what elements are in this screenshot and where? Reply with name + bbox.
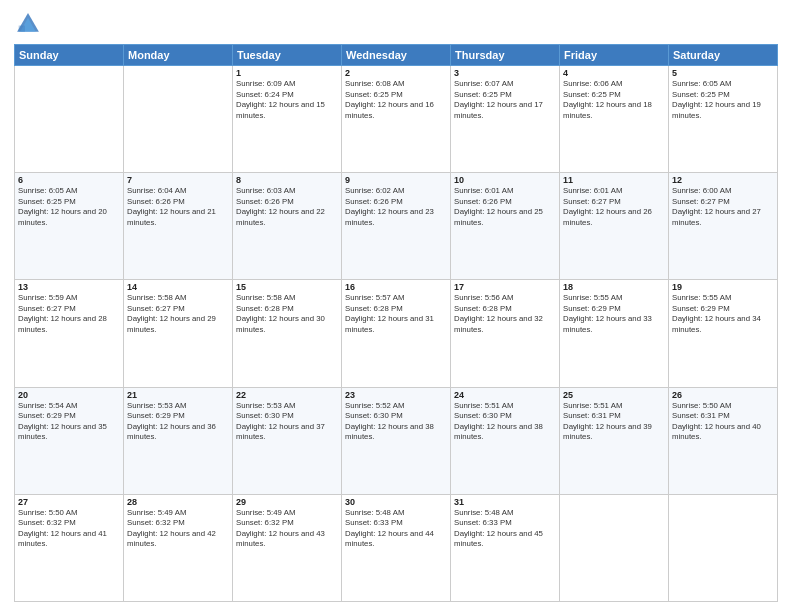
- header: [14, 10, 778, 38]
- day-cell: 2Sunrise: 6:08 AM Sunset: 6:25 PM Daylig…: [342, 66, 451, 173]
- day-info: Sunrise: 5:59 AM Sunset: 6:27 PM Dayligh…: [18, 293, 120, 335]
- day-cell: 13Sunrise: 5:59 AM Sunset: 6:27 PM Dayli…: [15, 280, 124, 387]
- week-row-5: 27Sunrise: 5:50 AM Sunset: 6:32 PM Dayli…: [15, 494, 778, 601]
- logo: [14, 10, 46, 38]
- day-info: Sunrise: 5:48 AM Sunset: 6:33 PM Dayligh…: [454, 508, 556, 550]
- day-cell: 26Sunrise: 5:50 AM Sunset: 6:31 PM Dayli…: [669, 387, 778, 494]
- day-info: Sunrise: 5:50 AM Sunset: 6:32 PM Dayligh…: [18, 508, 120, 550]
- weekday-header-row: SundayMondayTuesdayWednesdayThursdayFrid…: [15, 45, 778, 66]
- day-cell: 10Sunrise: 6:01 AM Sunset: 6:26 PM Dayli…: [451, 173, 560, 280]
- weekday-monday: Monday: [124, 45, 233, 66]
- day-cell: 31Sunrise: 5:48 AM Sunset: 6:33 PM Dayli…: [451, 494, 560, 601]
- day-cell: 29Sunrise: 5:49 AM Sunset: 6:32 PM Dayli…: [233, 494, 342, 601]
- day-info: Sunrise: 5:51 AM Sunset: 6:31 PM Dayligh…: [563, 401, 665, 443]
- week-row-3: 13Sunrise: 5:59 AM Sunset: 6:27 PM Dayli…: [15, 280, 778, 387]
- day-number: 11: [563, 175, 665, 185]
- svg-rect-2: [19, 26, 25, 32]
- day-cell: 7Sunrise: 6:04 AM Sunset: 6:26 PM Daylig…: [124, 173, 233, 280]
- weekday-thursday: Thursday: [451, 45, 560, 66]
- weekday-wednesday: Wednesday: [342, 45, 451, 66]
- day-info: Sunrise: 6:08 AM Sunset: 6:25 PM Dayligh…: [345, 79, 447, 121]
- day-cell: 25Sunrise: 5:51 AM Sunset: 6:31 PM Dayli…: [560, 387, 669, 494]
- day-cell: 11Sunrise: 6:01 AM Sunset: 6:27 PM Dayli…: [560, 173, 669, 280]
- day-info: Sunrise: 5:53 AM Sunset: 6:30 PM Dayligh…: [236, 401, 338, 443]
- day-cell: 1Sunrise: 6:09 AM Sunset: 6:24 PM Daylig…: [233, 66, 342, 173]
- day-cell: 4Sunrise: 6:06 AM Sunset: 6:25 PM Daylig…: [560, 66, 669, 173]
- day-number: 26: [672, 390, 774, 400]
- weekday-saturday: Saturday: [669, 45, 778, 66]
- day-info: Sunrise: 6:01 AM Sunset: 6:26 PM Dayligh…: [454, 186, 556, 228]
- weekday-sunday: Sunday: [15, 45, 124, 66]
- day-info: Sunrise: 6:03 AM Sunset: 6:26 PM Dayligh…: [236, 186, 338, 228]
- day-info: Sunrise: 6:07 AM Sunset: 6:25 PM Dayligh…: [454, 79, 556, 121]
- day-number: 2: [345, 68, 447, 78]
- day-number: 20: [18, 390, 120, 400]
- weekday-friday: Friday: [560, 45, 669, 66]
- day-cell: [560, 494, 669, 601]
- day-cell: [15, 66, 124, 173]
- day-info: Sunrise: 6:09 AM Sunset: 6:24 PM Dayligh…: [236, 79, 338, 121]
- day-number: 6: [18, 175, 120, 185]
- day-number: 21: [127, 390, 229, 400]
- day-number: 31: [454, 497, 556, 507]
- day-number: 14: [127, 282, 229, 292]
- day-number: 25: [563, 390, 665, 400]
- day-info: Sunrise: 6:05 AM Sunset: 6:25 PM Dayligh…: [18, 186, 120, 228]
- day-number: 8: [236, 175, 338, 185]
- day-number: 22: [236, 390, 338, 400]
- day-info: Sunrise: 5:49 AM Sunset: 6:32 PM Dayligh…: [127, 508, 229, 550]
- day-cell: 15Sunrise: 5:58 AM Sunset: 6:28 PM Dayli…: [233, 280, 342, 387]
- day-cell: 3Sunrise: 6:07 AM Sunset: 6:25 PM Daylig…: [451, 66, 560, 173]
- day-number: 19: [672, 282, 774, 292]
- day-info: Sunrise: 5:49 AM Sunset: 6:32 PM Dayligh…: [236, 508, 338, 550]
- day-cell: 5Sunrise: 6:05 AM Sunset: 6:25 PM Daylig…: [669, 66, 778, 173]
- day-cell: 6Sunrise: 6:05 AM Sunset: 6:25 PM Daylig…: [15, 173, 124, 280]
- day-info: Sunrise: 6:01 AM Sunset: 6:27 PM Dayligh…: [563, 186, 665, 228]
- day-cell: 17Sunrise: 5:56 AM Sunset: 6:28 PM Dayli…: [451, 280, 560, 387]
- calendar-table: SundayMondayTuesdayWednesdayThursdayFrid…: [14, 44, 778, 602]
- calendar-header: SundayMondayTuesdayWednesdayThursdayFrid…: [15, 45, 778, 66]
- day-number: 15: [236, 282, 338, 292]
- day-cell: 20Sunrise: 5:54 AM Sunset: 6:29 PM Dayli…: [15, 387, 124, 494]
- day-info: Sunrise: 5:56 AM Sunset: 6:28 PM Dayligh…: [454, 293, 556, 335]
- day-info: Sunrise: 6:00 AM Sunset: 6:27 PM Dayligh…: [672, 186, 774, 228]
- weekday-tuesday: Tuesday: [233, 45, 342, 66]
- day-number: 24: [454, 390, 556, 400]
- day-info: Sunrise: 5:55 AM Sunset: 6:29 PM Dayligh…: [672, 293, 774, 335]
- day-cell: 23Sunrise: 5:52 AM Sunset: 6:30 PM Dayli…: [342, 387, 451, 494]
- day-cell: [669, 494, 778, 601]
- day-info: Sunrise: 5:53 AM Sunset: 6:29 PM Dayligh…: [127, 401, 229, 443]
- day-number: 9: [345, 175, 447, 185]
- day-info: Sunrise: 5:55 AM Sunset: 6:29 PM Dayligh…: [563, 293, 665, 335]
- day-number: 12: [672, 175, 774, 185]
- day-cell: 19Sunrise: 5:55 AM Sunset: 6:29 PM Dayli…: [669, 280, 778, 387]
- page: SundayMondayTuesdayWednesdayThursdayFrid…: [0, 0, 792, 612]
- logo-icon: [14, 10, 42, 38]
- day-cell: 30Sunrise: 5:48 AM Sunset: 6:33 PM Dayli…: [342, 494, 451, 601]
- day-cell: 16Sunrise: 5:57 AM Sunset: 6:28 PM Dayli…: [342, 280, 451, 387]
- day-number: 16: [345, 282, 447, 292]
- day-cell: 24Sunrise: 5:51 AM Sunset: 6:30 PM Dayli…: [451, 387, 560, 494]
- day-info: Sunrise: 5:58 AM Sunset: 6:27 PM Dayligh…: [127, 293, 229, 335]
- day-cell: 21Sunrise: 5:53 AM Sunset: 6:29 PM Dayli…: [124, 387, 233, 494]
- day-cell: [124, 66, 233, 173]
- day-info: Sunrise: 6:04 AM Sunset: 6:26 PM Dayligh…: [127, 186, 229, 228]
- day-cell: 8Sunrise: 6:03 AM Sunset: 6:26 PM Daylig…: [233, 173, 342, 280]
- week-row-1: 1Sunrise: 6:09 AM Sunset: 6:24 PM Daylig…: [15, 66, 778, 173]
- day-info: Sunrise: 5:50 AM Sunset: 6:31 PM Dayligh…: [672, 401, 774, 443]
- day-cell: 9Sunrise: 6:02 AM Sunset: 6:26 PM Daylig…: [342, 173, 451, 280]
- day-cell: 14Sunrise: 5:58 AM Sunset: 6:27 PM Dayli…: [124, 280, 233, 387]
- day-number: 28: [127, 497, 229, 507]
- day-number: 7: [127, 175, 229, 185]
- day-number: 1: [236, 68, 338, 78]
- day-info: Sunrise: 6:06 AM Sunset: 6:25 PM Dayligh…: [563, 79, 665, 121]
- day-info: Sunrise: 6:05 AM Sunset: 6:25 PM Dayligh…: [672, 79, 774, 121]
- day-number: 27: [18, 497, 120, 507]
- day-number: 29: [236, 497, 338, 507]
- day-info: Sunrise: 5:57 AM Sunset: 6:28 PM Dayligh…: [345, 293, 447, 335]
- calendar-body: 1Sunrise: 6:09 AM Sunset: 6:24 PM Daylig…: [15, 66, 778, 602]
- day-cell: 18Sunrise: 5:55 AM Sunset: 6:29 PM Dayli…: [560, 280, 669, 387]
- day-cell: 28Sunrise: 5:49 AM Sunset: 6:32 PM Dayli…: [124, 494, 233, 601]
- day-info: Sunrise: 5:52 AM Sunset: 6:30 PM Dayligh…: [345, 401, 447, 443]
- day-number: 23: [345, 390, 447, 400]
